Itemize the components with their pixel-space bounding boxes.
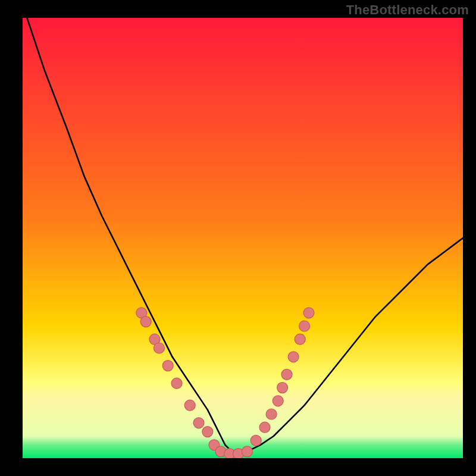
curve-marker [193,418,204,428]
watermark-text: TheBottleneck.com [346,2,469,18]
curve-marker [184,400,195,411]
frame-left [0,0,23,476]
curve-marker [288,352,299,362]
curve-marker [295,334,305,345]
curve-marker [299,321,310,331]
frame-right [463,0,476,476]
curve-marker [242,446,252,457]
curve-marker [273,396,283,406]
frame-bottom [0,458,476,476]
curve-marker [281,369,292,380]
curve-marker [140,317,151,327]
curve-marker [154,343,164,353]
curve-marker [162,361,173,371]
curve-marker [266,409,277,419]
curve-marker [202,427,213,437]
curve-marker [171,378,182,389]
bottleneck-chart-svg [0,0,476,476]
chart-stage: TheBottleneck.com [0,0,476,476]
curve-marker [259,422,270,433]
curve-marker [250,435,261,446]
plot-background [23,18,463,458]
curve-marker [303,308,314,318]
curve-marker [277,383,288,393]
